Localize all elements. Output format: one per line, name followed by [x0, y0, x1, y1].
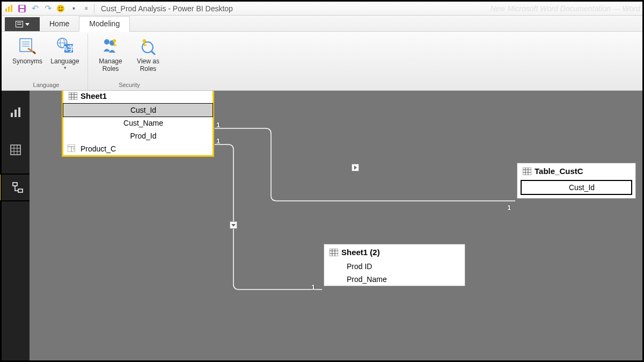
ribbon-group-language: Synonyms A字 Language ▾ Language: [5, 34, 88, 90]
table-icon: [69, 92, 77, 100]
synonyms-button[interactable]: Synonyms: [10, 34, 45, 80]
field-cust-id[interactable]: Cust_Id: [63, 104, 213, 117]
view-as-roles-icon: [138, 36, 158, 55]
ribbon-tab-strip: Home Modeling: [2, 16, 642, 32]
table-icon: [330, 249, 338, 256]
svg-rect-47: [330, 249, 338, 256]
app-icon: [4, 3, 14, 14]
svg-rect-0: [5, 9, 7, 12]
qat-overflow-icon[interactable]: ≡: [81, 3, 92, 14]
view-switcher: [2, 91, 30, 360]
title-bar: ↶ ↷ ▾ ≡ Cust_Prod Analysis - Power BI De…: [2, 2, 642, 16]
entity-name: Table_CustC: [535, 166, 583, 176]
field-prod-id[interactable]: Prod_Id: [63, 129, 213, 142]
report-view-button[interactable]: [2, 99, 30, 125]
language-label: Language: [50, 57, 79, 65]
svg-line-24: [151, 51, 155, 55]
field-prod-name[interactable]: Prod_Name: [324, 273, 465, 286]
field-prod-id[interactable]: Prod ID: [324, 260, 465, 273]
view-as-roles-label-2: Roles: [140, 65, 157, 73]
separator: [94, 4, 94, 13]
entity-header[interactable]: Sheet1: [63, 91, 213, 104]
manage-roles-icon: [101, 36, 120, 55]
field-label: Product_C: [80, 144, 116, 153]
svg-point-8: [62, 7, 63, 8]
window-title: Cust_Prod Analysis - Power BI Desktop: [101, 4, 233, 13]
svg-point-18: [104, 39, 109, 45]
entity-sheet1[interactable]: Sheet1 Cust_Id Cust_Name Prod_Id fx Prod…: [62, 91, 214, 157]
svg-text:fx: fx: [73, 147, 75, 151]
svg-rect-22: [114, 45, 116, 46]
chevron-down-icon: [25, 23, 30, 26]
entity-header[interactable]: Sheet1 (2): [324, 244, 465, 260]
entity-header[interactable]: Table_CustC: [517, 163, 635, 179]
smiley-icon[interactable]: [55, 3, 66, 14]
redo-icon[interactable]: ↷: [42, 3, 53, 14]
svg-rect-31: [11, 145, 20, 155]
synonyms-icon: [18, 36, 37, 55]
manage-roles-label-2: Roles: [103, 65, 119, 73]
language-icon: A字: [55, 36, 75, 55]
workspace: 1 1 1 1 Sheet1 Cust_Id Cust_Name Prod_Id…: [2, 91, 642, 360]
tab-home[interactable]: Home: [40, 17, 79, 31]
entity-table-custc[interactable]: Table_CustC Cust_Id: [517, 163, 636, 199]
svg-rect-38: [69, 92, 77, 100]
svg-point-6: [57, 5, 64, 12]
tab-modeling[interactable]: Modeling: [79, 16, 130, 32]
field-product-c[interactable]: fx Product_C: [63, 142, 213, 155]
manage-roles-label-1: Manage: [99, 57, 122, 65]
field-cust-id[interactable]: Cust_Id: [522, 181, 631, 194]
svg-rect-28: [11, 113, 13, 117]
svg-rect-2: [11, 5, 12, 12]
svg-point-7: [59, 7, 60, 8]
svg-text:A字: A字: [63, 45, 74, 53]
table-icon: [523, 168, 531, 175]
view-as-roles-button[interactable]: View as Roles: [131, 34, 165, 80]
svg-rect-4: [20, 5, 24, 8]
language-button[interactable]: A字 Language ▾: [48, 34, 82, 80]
model-canvas[interactable]: 1 1 1 1 Sheet1 Cust_Id Cust_Name Prod_Id…: [30, 91, 642, 360]
svg-rect-5: [20, 9, 24, 12]
file-menu-icon: [16, 21, 23, 27]
svg-rect-29: [14, 110, 17, 117]
undo-icon[interactable]: ↶: [30, 3, 40, 14]
svg-rect-30: [18, 107, 20, 117]
ribbon-group-security: Manage Roles View as Roles Security: [88, 34, 171, 90]
entity-name: Sheet1 (2): [341, 248, 380, 257]
ribbon: Synonyms A字 Language ▾ Language Manage R…: [2, 32, 642, 91]
view-as-roles-label-1: View as: [137, 57, 159, 65]
ribbon-group-label: Security: [119, 80, 140, 90]
quick-access-toolbar: ↶ ↷ ▾ ≡: [4, 3, 92, 14]
synonyms-label: Synonyms: [12, 57, 42, 65]
background-window-title: New Microsoft Word Documentation — Word: [491, 4, 640, 13]
entity-name: Sheet1: [80, 91, 107, 100]
svg-rect-36: [13, 183, 17, 186]
svg-rect-27: [144, 45, 147, 46]
chevron-down-icon: ▾: [64, 65, 67, 71]
svg-rect-1: [8, 6, 10, 12]
calculated-column-icon: fx: [68, 144, 75, 152]
manage-roles-button[interactable]: Manage Roles: [93, 34, 128, 80]
svg-rect-37: [18, 189, 23, 192]
field-cust-name[interactable]: Cust_Name: [63, 117, 213, 129]
data-view-button[interactable]: [2, 137, 30, 163]
entity-sheet1-2[interactable]: Sheet1 (2) Prod ID Prod_Name: [324, 244, 465, 286]
save-icon[interactable]: [17, 3, 27, 14]
file-menu-button[interactable]: [5, 17, 40, 31]
svg-rect-52: [523, 168, 531, 175]
dropdown-icon[interactable]: ▾: [68, 3, 79, 14]
ribbon-group-label: Language: [33, 80, 60, 90]
